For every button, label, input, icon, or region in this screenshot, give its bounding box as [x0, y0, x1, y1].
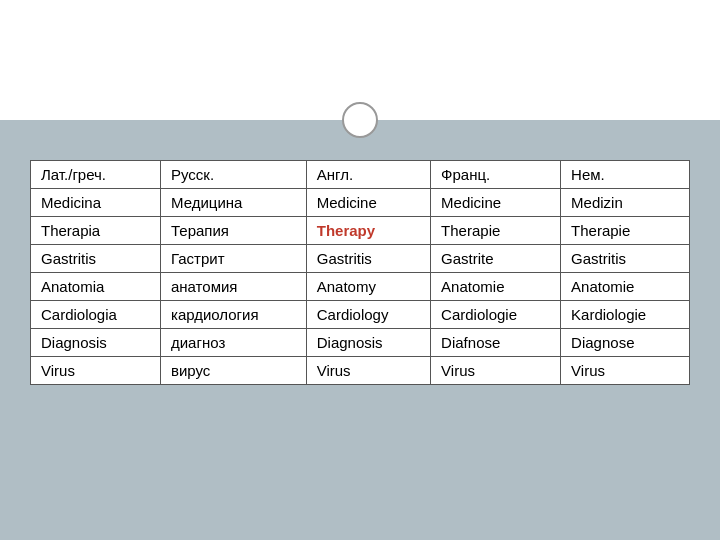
- table-cell: Гастрит: [160, 245, 306, 273]
- circle-icon: [342, 102, 378, 138]
- table-header-cell: Франц.: [431, 161, 561, 189]
- table-cell: Diagnosis: [31, 329, 161, 357]
- table-cell: Gastritis: [306, 245, 430, 273]
- table-cell: кардиология: [160, 301, 306, 329]
- table-cell: Diagnosis: [306, 329, 430, 357]
- table-row: AnatomiaанатомияAnatomyAnatomieAnatomie: [31, 273, 690, 301]
- table-cell: Medicina: [31, 189, 161, 217]
- table-header-cell: Русск.: [160, 161, 306, 189]
- table-row: CardiologiaкардиологияCardiologyCardiolo…: [31, 301, 690, 329]
- table-cell: Cardiology: [306, 301, 430, 329]
- table-cell: Medizin: [561, 189, 690, 217]
- table-cell: вирус: [160, 357, 306, 385]
- table-header-row: Лат./греч.Русск.Англ.Франц.Нем.: [31, 161, 690, 189]
- table-cell: Diagnose: [561, 329, 690, 357]
- table-cell: Anatomia: [31, 273, 161, 301]
- table-cell: Virus: [561, 357, 690, 385]
- main-content-area: Лат./греч.Русск.Англ.Франц.Нем.MedicinaМ…: [0, 120, 720, 405]
- table-header-cell: Англ.: [306, 161, 430, 189]
- table-cell: Gastrite: [431, 245, 561, 273]
- table-cell: Gastritis: [31, 245, 161, 273]
- table-cell: Virus: [306, 357, 430, 385]
- table-cell: диагноз: [160, 329, 306, 357]
- table-row: MedicinaМедицинаMedicineMedicineMedizin: [31, 189, 690, 217]
- medical-terms-table: Лат./греч.Русск.Англ.Франц.Нем.MedicinaМ…: [30, 160, 690, 385]
- table-cell: анатомия: [160, 273, 306, 301]
- table-cell: Gastritis: [561, 245, 690, 273]
- table-row: TherapiaТерапияTherapyTherapieTherapie: [31, 217, 690, 245]
- table-cell: Anatomie: [561, 273, 690, 301]
- table-header-cell: Лат./греч.: [31, 161, 161, 189]
- table-cell: Cardiologie: [431, 301, 561, 329]
- table-cell: Diafnose: [431, 329, 561, 357]
- table-cell: Anatomie: [431, 273, 561, 301]
- table-row: DiagnosisдиагнозDiagnosisDiafnoseDiagnos…: [31, 329, 690, 357]
- table-cell: Virus: [431, 357, 561, 385]
- table-cell: Kardiologie: [561, 301, 690, 329]
- table-row: VirusвирусVirusVirusVirus: [31, 357, 690, 385]
- table-cell: Cardiologia: [31, 301, 161, 329]
- table-cell: Therapie: [431, 217, 561, 245]
- table-cell: Therapie: [561, 217, 690, 245]
- table-cell: Медицина: [160, 189, 306, 217]
- table-cell: Medicine: [431, 189, 561, 217]
- table-cell: Virus: [31, 357, 161, 385]
- table-cell: Medicine: [306, 189, 430, 217]
- table-row: GastritisГастритGastritisGastriteGastrit…: [31, 245, 690, 273]
- table-cell: Therapia: [31, 217, 161, 245]
- table-cell: Терапия: [160, 217, 306, 245]
- top-white-panel: [0, 0, 720, 120]
- table-cell: Anatomy: [306, 273, 430, 301]
- table-cell: Therapy: [306, 217, 430, 245]
- table-header-cell: Нем.: [561, 161, 690, 189]
